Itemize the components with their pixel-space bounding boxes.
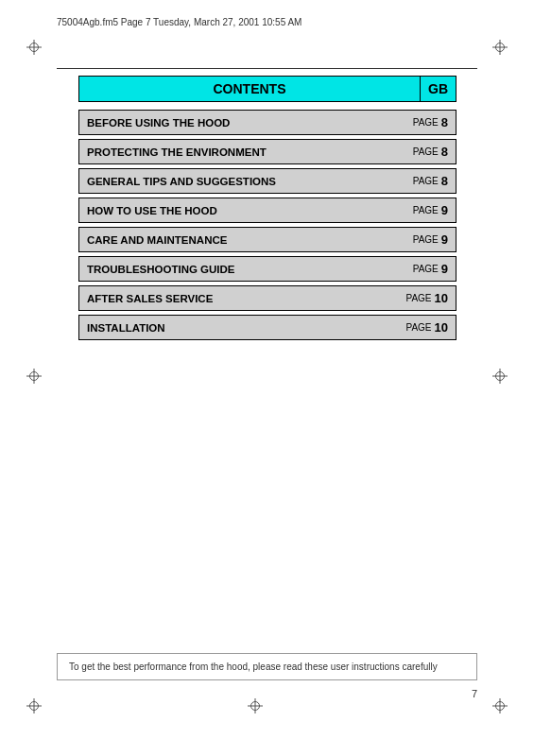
table-row: INSTALLATIONPAGE10 <box>78 315 456 340</box>
reg-mark-bot-left <box>26 698 42 713</box>
row-label: GENERAL TIPS AND SUGGESTIONS <box>79 169 389 193</box>
footer-note: To get the best performance from the hoo… <box>57 653 477 680</box>
reg-mark-bot-right <box>492 698 508 713</box>
page-num: 9 <box>441 262 448 276</box>
footer-note-text: To get the best performance from the hoo… <box>69 662 438 672</box>
page-word: PAGE <box>413 264 439 274</box>
contents-gb-label: GB <box>420 76 456 102</box>
row-page: PAGE9 <box>389 228 456 251</box>
row-page: PAGE10 <box>389 286 456 310</box>
header-bar: 75004Agb.fm5 Page 7 Tuesday, March 27, 2… <box>57 17 477 27</box>
row-page: PAGE8 <box>389 111 456 134</box>
page-num: 9 <box>441 232 448 247</box>
reg-mark-bot-center <box>248 698 263 713</box>
page-num: 8 <box>441 145 448 159</box>
row-page: PAGE9 <box>389 257 456 281</box>
table-row: PROTECTING THE ENVIRONMENTPAGE8 <box>78 139 456 164</box>
page: 75004Agb.fm5 Page 7 Tuesday, March 27, 2… <box>0 0 534 756</box>
table-row: TROUBLESHOOTING GUIDEPAGE9 <box>78 256 456 282</box>
row-label: PROTECTING THE ENVIRONMENT <box>79 140 389 163</box>
page-word: PAGE <box>413 176 439 186</box>
row-label: AFTER SALES SERVICE <box>79 286 389 310</box>
page-word: PAGE <box>405 293 431 303</box>
reg-mark-mid-left <box>26 369 42 384</box>
row-label: BEFORE USING THE HOOD <box>79 111 389 134</box>
page-num: 8 <box>441 174 448 188</box>
row-page: PAGE8 <box>389 169 456 193</box>
table-row: HOW TO USE THE HOODPAGE9 <box>78 198 456 223</box>
row-page: PAGE8 <box>389 140 456 163</box>
page-num: 8 <box>441 115 448 129</box>
table-row: BEFORE USING THE HOODPAGE8 <box>78 110 456 135</box>
header-filename: 75004Agb.fm5 Page 7 Tuesday, March 27, 2… <box>57 17 301 27</box>
page-word: PAGE <box>413 146 439 157</box>
page-word: PAGE <box>413 205 439 215</box>
contents-title: CONTENTS <box>78 76 420 102</box>
page-num: 10 <box>435 291 448 305</box>
page-word: PAGE <box>405 322 431 333</box>
row-page: PAGE10 <box>389 316 456 339</box>
row-page: PAGE9 <box>389 198 456 222</box>
table-container: BEFORE USING THE HOODPAGE8PROTECTING THE… <box>78 110 456 340</box>
table-row: CARE AND MAINTENANCEPAGE9 <box>78 227 456 252</box>
reg-mark-mid-right <box>492 369 508 384</box>
row-label: INSTALLATION <box>79 316 389 339</box>
reg-mark-top-right <box>492 40 508 55</box>
header-divider <box>57 68 477 69</box>
row-label: TROUBLESHOOTING GUIDE <box>79 257 389 281</box>
page-number: 7 <box>472 688 477 699</box>
page-num: 9 <box>441 203 448 217</box>
page-word: PAGE <box>413 117 439 128</box>
row-label: HOW TO USE THE HOOD <box>79 198 389 222</box>
reg-mark-top-left <box>26 40 42 55</box>
table-row: GENERAL TIPS AND SUGGESTIONSPAGE8 <box>78 168 456 194</box>
row-label: CARE AND MAINTENANCE <box>79 228 389 251</box>
page-word: PAGE <box>413 234 439 245</box>
page-num: 10 <box>435 320 448 335</box>
content-area: CONTENTS GB BEFORE USING THE HOODPAGE8PR… <box>78 76 456 344</box>
table-row: AFTER SALES SERVICEPAGE10 <box>78 285 456 311</box>
contents-header-row: CONTENTS GB <box>78 76 456 102</box>
